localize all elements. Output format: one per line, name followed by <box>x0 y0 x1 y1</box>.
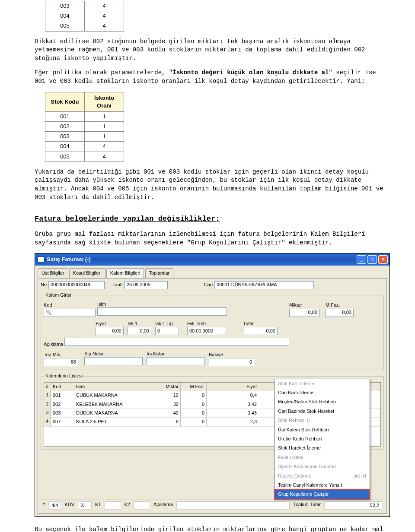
grid-cell: 007 <box>51 418 74 426</box>
status-toplamtut: 52,2 <box>324 501 382 510</box>
minimize-button[interactable]: _ <box>357 255 366 264</box>
menu-item[interactable]: Teslim Cariyi Kalemlere Yansıt <box>275 481 370 490</box>
isk1tip-input[interactable]: 0 <box>155 327 179 335</box>
grid-cell: ÇUBUK MAKARNA <box>74 391 152 399</box>
col-stok-kodu: Stok Kodu <box>45 92 85 111</box>
grid-cell: 30 <box>152 400 181 408</box>
col-miktar[interactable]: Miktar <box>152 383 181 391</box>
kalem-girisi-group: Kalem Girisi Kod 🔍 İsim Miktar 0,00 M.Fa… <box>41 292 384 370</box>
window-title: Satış Faturası (-) <box>47 256 355 263</box>
grid-cell: KELEBEK MAKARNA <box>74 400 152 408</box>
paragraph-2: Eğer politika olarak parametrelerde, "İs… <box>35 69 389 86</box>
kalem-girisi-legend: Kalem Girisi <box>44 292 73 298</box>
isim-input[interactable] <box>97 307 227 316</box>
no-field[interactable]: 000000000000049 <box>48 281 105 289</box>
grid-cell: 0 <box>181 391 207 399</box>
menu-item: Siparis Karsilanma Durumu <box>275 462 370 471</box>
isk1-input[interactable]: 0,00 <box>128 327 151 335</box>
aciklama-input[interactable] <box>64 338 289 346</box>
table-cell: 1 <box>85 122 124 132</box>
table-cell: 1 <box>85 111 124 121</box>
col-fiyat[interactable]: Fiyat <box>207 383 259 391</box>
table-cell: 005 <box>45 21 85 31</box>
table-cell: 1 <box>85 132 124 142</box>
status-pos: 4/4 <box>48 501 61 510</box>
grid-cell: 4 <box>44 418 51 426</box>
menu-item: Reçete GetirmeAlt+U <box>275 472 370 481</box>
isim-label: İsim <box>97 301 106 307</box>
lookup-icon[interactable]: 🔍 <box>46 309 52 316</box>
topmik-field: 88 <box>44 358 78 366</box>
kod-label: Kod <box>44 302 52 308</box>
grid-cell: 0 <box>181 400 207 408</box>
table-cell: 4 <box>85 142 124 152</box>
tab-kosul-bilgileri[interactable]: Kosul Bilgileri <box>69 268 105 278</box>
menu-item[interactable]: Üst Kalem Stok Rehberi <box>275 425 370 434</box>
table-cell: 002 <box>45 122 85 132</box>
fiyat-input[interactable]: 0,00 <box>96 327 124 335</box>
table-cell: 001 <box>45 111 85 121</box>
mfaz-label: M.Faz. <box>326 302 340 308</box>
tab-kalem-bilgileri[interactable]: Kalem Bilgileri <box>106 268 144 278</box>
aciklama-label: Açıklama <box>44 341 63 348</box>
grid-cell: 002 <box>51 400 74 408</box>
tab-toplamlar[interactable]: Toplamlar <box>145 268 174 278</box>
table-cell: 003 <box>45 132 85 142</box>
menu-item[interactable]: Grup Koşullarını Çalıştır <box>275 490 370 499</box>
close-button[interactable]: ✕ <box>378 255 388 264</box>
tab-ust-bilgiler[interactable]: Üst Bilgiler <box>38 268 68 278</box>
emph-iskonto: İskonto değeri küçük olan koşulu dikkate… <box>172 69 329 76</box>
grid-cell: KOLA 2,5 PET <box>74 418 152 426</box>
grid-cell: 001 <box>51 391 74 399</box>
status-k2-label: K2 <box>124 501 130 510</box>
col-num[interactable]: # <box>44 383 51 391</box>
menu-item: Stok Kartı İzleme <box>275 379 370 388</box>
bakiye-field: 0 <box>209 358 254 366</box>
irsnolar-label: İrs.Nolar <box>147 351 165 357</box>
table-cell: 4 <box>85 21 124 31</box>
paragraph-3: Yukarıda da belirtildiği gibi 001 ve 003… <box>35 168 389 202</box>
menu-item[interactable]: Cari Bazında Stok Hareket <box>275 407 370 416</box>
tutar-input[interactable]: 0,00 <box>243 327 278 335</box>
fiilitarih-label: Fiili Tarih <box>187 320 206 327</box>
grid-cell: 3 <box>44 409 51 417</box>
kod-input[interactable]: 🔍 <box>44 309 96 317</box>
menu-item[interactable]: Müşteri/Satıcı Stok Rehberi <box>275 397 370 406</box>
grid-cell: 003 <box>51 409 74 417</box>
maximize-button[interactable]: □ <box>367 255 377 264</box>
menu-item[interactable]: Stok Hareket İzleme <box>275 443 370 453</box>
grid-cell: 0 <box>181 418 207 426</box>
paragraph-1: Dikkat edilirse 002 stoğunun belgede gir… <box>35 38 389 63</box>
col-kod[interactable]: Kod <box>51 383 74 391</box>
menu-item[interactable]: Cari Kartı İzleme <box>275 388 370 397</box>
status-bar: # 4/4 KDV X K1 K2 Açıklama Toplam Tutar … <box>41 500 384 511</box>
miktar-input[interactable]: 0,00 <box>289 309 319 317</box>
menu-item[interactable]: Üretici Kodu Rehberi <box>275 434 370 443</box>
status-kdv-label: KDV <box>64 501 74 510</box>
table-cell: 005 <box>45 152 85 162</box>
cari-field[interactable]: 00001 DÜNYA PAZARLAMA <box>214 281 314 289</box>
mfaz-input[interactable]: 0,00 <box>326 309 354 317</box>
paragraph-5: Bu seçenek ile kalem bilgilerinde girile… <box>35 526 389 532</box>
context-menu[interactable]: Stok Kartı İzlemeCari Kartı İzlemeMüşter… <box>274 379 370 500</box>
table-cell: 004 <box>45 11 85 21</box>
no-label: No <box>41 282 47 288</box>
table-cell: 4 <box>85 1 124 11</box>
grid-cell: 0,43 <box>207 409 259 417</box>
col-isim[interactable]: İsim <box>74 383 152 391</box>
tarih-field[interactable]: 26.09.2005 <box>124 281 168 289</box>
table-cell: 003 <box>45 1 85 11</box>
tab-strip: Üst Bilgiler Kosul Bilgileri Kalem Bilgi… <box>35 266 389 278</box>
fiilitarih-input[interactable]: 00.00.0000 <box>187 327 226 335</box>
grid-cell: 1 <box>44 391 51 399</box>
sipnolar-field <box>84 357 143 365</box>
window-titlebar[interactable]: Satış Faturası (-) _ □ ✕ <box>35 253 389 266</box>
miktar-label: Miktar <box>289 302 302 308</box>
screenshot-satis-faturasi: Satış Faturası (-) _ □ ✕ Üst Bilgiler Ko… <box>35 253 390 517</box>
table-cell: 4 <box>85 152 124 162</box>
col-mfaz[interactable]: M.Faz. <box>181 383 207 391</box>
table-cell: 4 <box>85 11 124 21</box>
status-k2 <box>134 501 150 510</box>
irsnolar-field <box>147 357 205 365</box>
grid-cell: 10 <box>152 391 181 399</box>
